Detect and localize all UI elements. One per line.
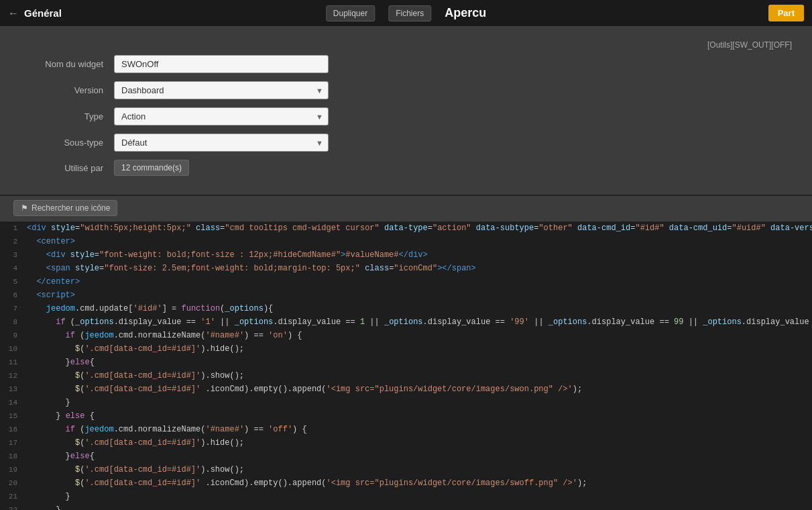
code-line: 11 }else{ (0, 356, 812, 370)
type-label: Type (20, 111, 114, 121)
line-content: $('.cmd[data-cmd_id=#id#]' .iconCmd).emp… (24, 383, 812, 397)
line-content: <script> (24, 289, 812, 303)
line-number: 15 (0, 410, 24, 423)
widget-name-row: Nom du widget (20, 55, 792, 73)
line-content: $('.cmd[data-cmd_id=#id#]' .iconCmd).emp… (24, 477, 812, 491)
line-content: if (jeedom.cmd.normalizeName('#name#') =… (24, 423, 812, 437)
top-bar-right: Part (768, 5, 804, 21)
line-number: 16 (0, 423, 24, 437)
commandes-button[interactable]: 12 commande(s) (114, 160, 189, 176)
version-row: Version Dashboard ▼ (20, 81, 792, 99)
line-number: 12 (0, 370, 24, 383)
line-number: 20 (0, 477, 24, 491)
code-line: 10 $('.cmd[data-cmd_id=#id#]').hide(); (0, 343, 812, 356)
line-number: 1 (0, 222, 24, 236)
line-number: 3 (0, 249, 24, 262)
line-content: } else { (24, 410, 812, 423)
line-number: 5 (0, 276, 24, 289)
code-line: 19 $('.cmd[data-cmd_id=#id#]').show(); (0, 464, 812, 477)
used-by-row: Utilisé par 12 commande(s) (20, 160, 792, 176)
widget-name-label: Nom du widget (20, 59, 114, 69)
line-number: 17 (0, 437, 24, 450)
line-content: } (24, 491, 812, 504)
form-section: [Outils][SW_OUT][OFF] Nom du widget Vers… (0, 27, 812, 196)
subtype-label: Sous-type (20, 138, 114, 148)
line-number: 21 (0, 491, 24, 504)
code-line: 6 <script> (0, 289, 812, 303)
code-line: 8 if (_options.display_value == '1' || _… (0, 316, 812, 329)
line-number: 10 (0, 343, 24, 356)
code-line: 5 </center> (0, 276, 812, 289)
line-number: 11 (0, 356, 24, 370)
code-editor[interactable]: 1<div style="width:5px;height:5px;" clas… (0, 222, 812, 510)
line-number: 6 (0, 289, 24, 303)
used-by-label: Utilisé par (20, 163, 114, 173)
line-number: 14 (0, 397, 24, 410)
back-icon[interactable]: ← (8, 7, 19, 19)
duplicate-button[interactable]: Dupliquer (326, 5, 375, 21)
version-select[interactable]: Dashboard (114, 81, 329, 99)
version-label: Version (20, 85, 114, 95)
line-number: 18 (0, 450, 24, 464)
line-number: 8 (0, 316, 24, 329)
widget-name-input[interactable] (114, 55, 329, 73)
apercu-outils: [Outils][SW_OUT][OFF] (707, 40, 792, 50)
apercu-label: Apercu (445, 6, 486, 20)
line-content: <div style="font-weight: bold;font-size … (24, 249, 812, 262)
line-content: }else{ (24, 356, 812, 370)
code-line: 13 $('.cmd[data-cmd_id=#id#]' .iconCmd).… (0, 383, 812, 397)
line-content: jeedom.cmd.update['#id#'] = function(_op… (24, 303, 812, 316)
code-line: 2 <center> (0, 236, 812, 249)
line-content: } (24, 397, 812, 410)
page-title-area: ← Général (8, 7, 62, 19)
code-line: 7 jeedom.cmd.update['#id#'] = function(_… (0, 303, 812, 316)
code-line: 1<div style="width:5px;height:5px;" clas… (0, 222, 812, 236)
type-row: Type Action ▼ (20, 107, 792, 125)
line-number: 22 (0, 504, 24, 510)
code-line: 17 $('.cmd[data-cmd_id=#id#]').hide(); (0, 437, 812, 450)
line-number: 19 (0, 464, 24, 477)
line-content: $('.cmd[data-cmd_id=#id#]').hide(); (24, 343, 812, 356)
line-content: $('.cmd[data-cmd_id=#id#]').show(); (24, 464, 812, 477)
line-number: 7 (0, 303, 24, 316)
subtype-select[interactable]: Défaut (114, 134, 329, 152)
line-number: 9 (0, 329, 24, 343)
code-line: 15 } else { (0, 410, 812, 423)
code-line: 12 $('.cmd[data-cmd_id=#id#]').show(); (0, 370, 812, 383)
code-line: 16 if (jeedom.cmd.normalizeName('#name#'… (0, 423, 812, 437)
page-title: Général (24, 7, 62, 19)
version-select-wrapper: Dashboard ▼ (114, 81, 329, 99)
line-content: }else{ (24, 450, 812, 464)
line-content: <center> (24, 236, 812, 249)
icon-search-row: ⚑ Rechercher une icône (0, 196, 812, 222)
line-number: 13 (0, 383, 24, 397)
code-line: 14 } (0, 397, 812, 410)
type-select-wrapper: Action ▼ (114, 107, 329, 125)
line-content: if (_options.display_value == '1' || _op… (24, 316, 812, 329)
type-select[interactable]: Action (114, 107, 329, 125)
code-line: 4 <span style="font-size: 2.5em;font-wei… (0, 262, 812, 276)
part-button[interactable]: Part (768, 5, 804, 21)
line-number: 2 (0, 236, 24, 249)
flag-icon: ⚑ (21, 203, 28, 213)
line-content: $('.cmd[data-cmd_id=#id#]').show(); (24, 370, 812, 383)
line-content: </center> (24, 276, 812, 289)
line-content: <div style="width:5px;height:5px;" class… (24, 222, 812, 236)
code-line: 22 } (0, 504, 812, 510)
top-bar: ← Général Dupliquer Fichiers Apercu Part (0, 0, 812, 27)
subtype-row: Sous-type Défaut ▼ (20, 134, 792, 152)
code-line: 21 } (0, 491, 812, 504)
code-line: 3 <div style="font-weight: bold;font-siz… (0, 249, 812, 262)
icon-search-label: Rechercher une icône (32, 203, 110, 213)
icon-search-button[interactable]: ⚑ Rechercher une icône (13, 200, 117, 216)
line-content: $('.cmd[data-cmd_id=#id#]').hide(); (24, 437, 812, 450)
line-content: } (24, 504, 812, 510)
subtype-select-wrapper: Défaut ▼ (114, 134, 329, 152)
top-bar-center-actions: Dupliquer Fichiers Apercu (326, 5, 486, 21)
files-button[interactable]: Fichiers (388, 5, 431, 21)
line-number: 4 (0, 262, 24, 276)
line-content: if (jeedom.cmd.normalizeName('#name#') =… (24, 329, 812, 343)
code-line: 20 $('.cmd[data-cmd_id=#id#]' .iconCmd).… (0, 477, 812, 491)
code-line: 18 }else{ (0, 450, 812, 464)
code-line: 9 if (jeedom.cmd.normalizeName('#name#')… (0, 329, 812, 343)
